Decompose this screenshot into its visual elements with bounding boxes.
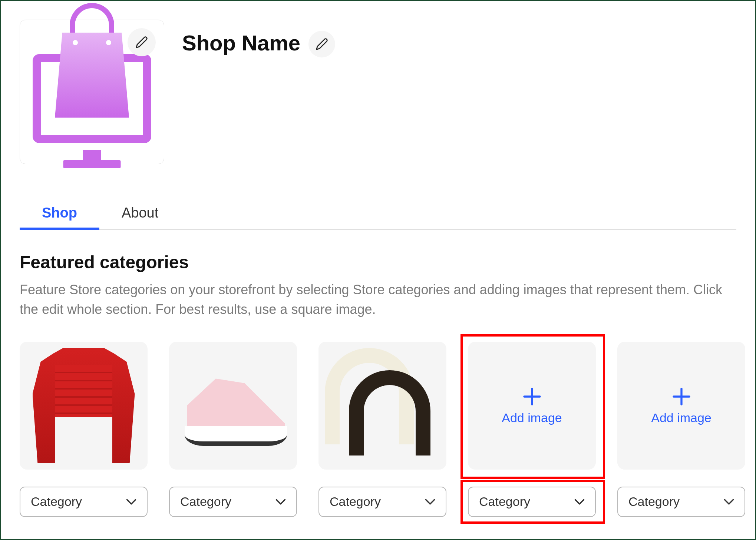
chevron-down-icon — [724, 499, 734, 505]
product-image-jacket — [33, 348, 135, 463]
tabs-bar: Shop About — [20, 198, 736, 230]
category-card: Category — [20, 342, 148, 517]
dropdown-label: Category — [479, 494, 530, 509]
category-dropdown[interactable]: Category — [617, 487, 745, 517]
category-dropdown[interactable]: Category — [20, 487, 148, 517]
category-dropdown[interactable]: Category — [169, 487, 297, 517]
add-image-label: Add image — [502, 411, 562, 425]
shop-header: Shop Name — [20, 20, 736, 164]
shop-logo-icon — [33, 54, 151, 143]
dropdown-label: Category — [31, 494, 82, 509]
dropdown-label: Category — [628, 494, 680, 509]
pencil-icon — [316, 38, 328, 50]
category-image[interactable] — [169, 342, 297, 470]
edit-shop-name-button[interactable] — [308, 31, 335, 57]
chevron-down-icon — [126, 499, 136, 505]
featured-categories-description: Feature Store categories on your storefr… — [20, 280, 736, 319]
category-dropdown[interactable]: Category — [318, 487, 446, 517]
add-image-label: Add image — [651, 411, 712, 425]
tab-about[interactable]: About — [99, 198, 181, 229]
category-image[interactable] — [318, 342, 446, 470]
product-image-sneaker — [175, 361, 291, 450]
category-image[interactable] — [20, 342, 148, 470]
featured-categories-title: Featured categories — [20, 252, 736, 272]
category-card: Add image Category — [617, 342, 745, 517]
dropdown-label: Category — [180, 494, 231, 509]
chevron-down-icon — [425, 499, 435, 505]
category-card: Category — [318, 342, 446, 517]
pencil-icon — [135, 36, 148, 49]
dropdown-label: Category — [330, 494, 381, 509]
shop-logo-container — [20, 20, 164, 164]
chevron-down-icon — [275, 499, 286, 505]
category-card: Category — [169, 342, 297, 517]
chevron-down-icon — [574, 499, 585, 505]
plus-icon — [671, 386, 692, 407]
tab-shop[interactable]: Shop — [20, 198, 99, 229]
product-image-headbands — [325, 348, 440, 463]
plus-icon — [522, 386, 542, 407]
shop-title: Shop Name — [182, 30, 300, 55]
add-image-placeholder[interactable]: Add image — [468, 342, 596, 470]
category-card: Add image Category — [468, 342, 596, 517]
add-image-placeholder[interactable]: Add image — [617, 342, 745, 470]
category-row: Category Category Category — [20, 342, 736, 517]
category-dropdown[interactable]: Category — [468, 487, 596, 517]
shop-title-row: Shop Name — [182, 20, 335, 57]
edit-logo-button[interactable] — [128, 28, 156, 56]
